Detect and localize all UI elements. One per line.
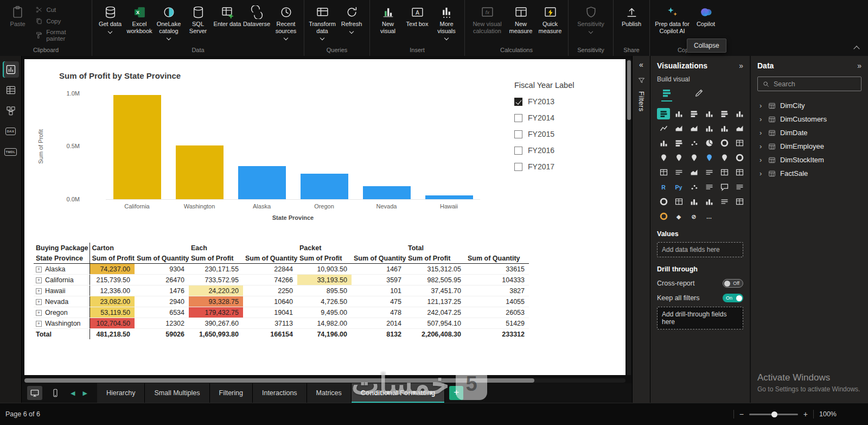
matrix-cell[interactable]: 230,171.55 [189, 264, 243, 275]
visual-icon-r-script-visual[interactable]: R [657, 181, 670, 193]
sensitivity-button[interactable]: Sensitivity [572, 4, 610, 35]
slicer-item-fy2016[interactable]: FY2016 [514, 146, 628, 155]
copy-button[interactable]: Copy [35, 17, 86, 25]
bar-slot-California[interactable]: California [106, 94, 168, 199]
visual-icon-gauge[interactable] [733, 152, 746, 163]
cut-button[interactable]: Cut [35, 6, 86, 14]
matrix-cell[interactable]: 12302 [135, 318, 189, 329]
matrix-cell[interactable]: 12,336.00 [90, 286, 135, 296]
measure-header[interactable]: Sum of Quantity [243, 253, 297, 264]
visual-icon-power-automate[interactable] [703, 196, 716, 207]
filters-pane-label[interactable]: Filters [637, 91, 646, 112]
measure-header[interactable]: Sum of Quantity [352, 253, 406, 264]
matrix-cell[interactable]: 8132 [352, 329, 406, 340]
dax-query-view-button[interactable]: DAX [3, 123, 19, 139]
desktop-layout-button[interactable] [27, 386, 42, 400]
matrix-cell[interactable]: 51429 [465, 318, 529, 329]
visual-icon-stacked-bar-chart[interactable] [657, 108, 670, 119]
visual-icon-donut-chart[interactable] [718, 137, 731, 149]
previous-page-arrow[interactable]: ◀ [71, 390, 75, 397]
checkbox-checked-icon[interactable] [514, 98, 522, 106]
visual-icon-stacked-column-chart[interactable] [672, 108, 685, 119]
bar-slot-Washington[interactable]: Washington [168, 94, 231, 199]
table-item-dimcity[interactable]: ›DimCity [757, 99, 861, 112]
checkbox-icon[interactable] [514, 114, 522, 122]
matrix-cell[interactable]: 315,312.05 [406, 264, 465, 275]
matrix-cell[interactable]: 215,739.50 [90, 275, 135, 286]
cross-report-toggle[interactable]: Off [723, 279, 743, 288]
matrix-cell[interactable]: 733,572.95 [189, 275, 243, 286]
visual-icon-python-visual[interactable]: Py [672, 181, 685, 193]
bar-California[interactable] [113, 95, 161, 199]
visual-icon-pie-chart[interactable] [703, 137, 716, 149]
slicer-item-fy2017[interactable]: FY2017 [514, 162, 628, 171]
recent-sources-button[interactable]: Recent sources [271, 4, 301, 41]
table-total-row[interactable]: Total 481,218.50 59026 1,650,993.80 1661… [34, 329, 529, 340]
visual-icon-shape[interactable]: ◆ [672, 211, 685, 222]
matrix-cell[interactable]: 59026 [135, 329, 189, 340]
visual-icon-ribbon-chart[interactable] [733, 123, 746, 134]
matrix-cell[interactable]: 26470 [135, 275, 189, 286]
vertical-scrollbar-thumb[interactable] [627, 60, 631, 120]
tmdl-view-button[interactable]: TMDL [3, 144, 19, 160]
visual-icon-multi-row-card[interactable] [672, 167, 685, 178]
table-item-dimstockitem[interactable]: ›DimStockItem [757, 153, 861, 167]
table-row[interactable]: +Washington 102,704.50 12302 390,267.60 … [34, 318, 529, 329]
measure-header[interactable]: Sum of Profit [90, 253, 135, 264]
visual-icon-clustered-bar-chart[interactable] [687, 108, 700, 119]
matrix-cell[interactable]: 93,328.75 [189, 296, 243, 307]
visual-icon-filled-map[interactable] [672, 152, 685, 163]
collapse-ribbon-icon[interactable] [854, 45, 859, 50]
expand-icon[interactable]: + [36, 299, 42, 305]
visual-icon-blank[interactable]: ⊘ [687, 211, 700, 222]
matrix-cell[interactable]: 982,505.95 [406, 275, 465, 286]
matrix-cell[interactable]: 507,954.10 [406, 318, 465, 329]
bar-slot-Nevada[interactable]: Nevada [355, 94, 418, 199]
matrix-cell[interactable]: 2,206,408.30 [406, 329, 465, 340]
horizontal-scrollbar[interactable] [24, 378, 626, 383]
collapse-pane-icon[interactable]: » [739, 61, 743, 70]
bar-Nevada[interactable] [363, 186, 411, 199]
visual-icon-smart-narrative[interactable] [733, 181, 746, 193]
matrix-cell[interactable]: 3827 [465, 286, 529, 296]
zoom-in-button[interactable]: + [803, 410, 808, 418]
visual-icon-scatter-chart[interactable] [687, 137, 700, 149]
column-header-packet[interactable]: Packet [297, 243, 406, 253]
add-data-fields-well[interactable]: Add data fields here [657, 242, 743, 257]
visual-icon-more-options[interactable]: … [703, 211, 716, 222]
tab-conditional-formatting[interactable]: Conditional Formatting [352, 383, 445, 403]
horizontal-scrollbar-thumb[interactable] [24, 378, 534, 383]
visual-icon-azure-map[interactable] [703, 152, 716, 163]
zoom-out-button[interactable]: − [739, 410, 744, 418]
matrix-cell[interactable]: 102,704.50 [90, 318, 135, 329]
build-visual-tab[interactable] [661, 87, 672, 102]
matrix-cell[interactable]: 74,196.00 [297, 329, 352, 340]
zoom-slider-thumb[interactable] [771, 411, 777, 417]
copilot-button[interactable]: Copilot [691, 4, 720, 29]
visual-icon-power-apps[interactable] [687, 196, 700, 207]
checkbox-icon[interactable] [514, 147, 522, 155]
visual-icon-qna[interactable] [718, 181, 731, 193]
sql-server-button[interactable]: SQL Server [183, 4, 213, 36]
table-row[interactable]: +Nevada 23,082.00 2940 93,328.75 10640 4… [34, 296, 529, 307]
visual-icon-funnel-chart[interactable] [672, 137, 685, 149]
bar-Oregon[interactable] [301, 174, 348, 199]
matrix-cell[interactable]: 24,220.20 [189, 286, 243, 296]
quick-measure-button[interactable]: Quick measure [535, 4, 565, 36]
onelake-catalog-button[interactable]: OneLake catalog [154, 4, 183, 41]
visual-icon-waterfall-chart[interactable] [657, 137, 670, 149]
visual-icon-scorecard[interactable] [657, 211, 670, 222]
bar-slot-Alaska[interactable]: Alaska [231, 94, 293, 199]
matrix-cell[interactable]: 390,267.60 [189, 318, 243, 329]
bar-slot-Hawaii[interactable]: Hawaii [418, 94, 480, 199]
column-header-total[interactable]: Total [406, 243, 529, 253]
transform-data-button[interactable]: Transform data [308, 4, 337, 41]
report-view-button[interactable] [3, 61, 19, 78]
matrix-cell[interactable]: 10,903.50 [297, 264, 352, 275]
visual-icon-card[interactable] [657, 167, 670, 178]
matrix-cell[interactable]: 53,119.50 [90, 307, 135, 318]
matrix-cell[interactable]: 478 [352, 307, 406, 318]
table-item-dimcustomers[interactable]: ›DimCustomers [757, 112, 861, 126]
new-measure-button[interactable]: New measure [506, 4, 535, 36]
matrix-cell[interactable]: 14055 [465, 296, 529, 307]
